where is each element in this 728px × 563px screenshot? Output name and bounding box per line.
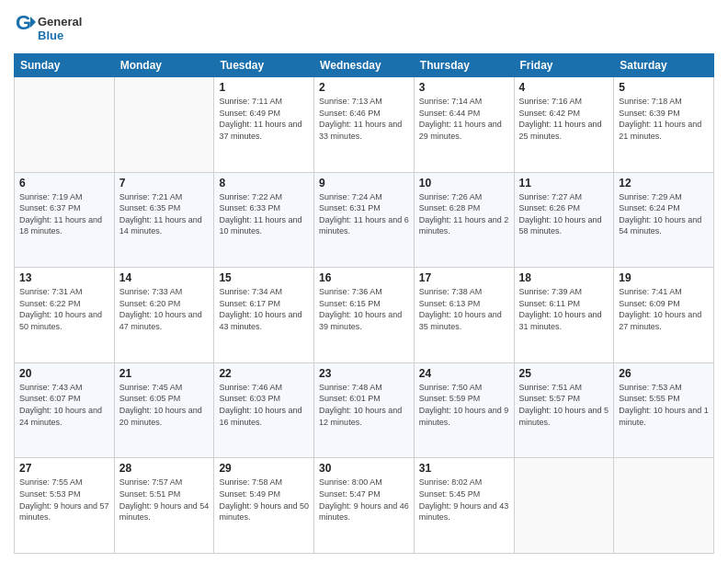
day-number: 15 [219,271,309,284]
day-cell: 19Sunrise: 7:41 AMSunset: 6:09 PMDayligh… [614,268,714,363]
day-number: 18 [519,271,609,284]
day-number: 4 [519,81,609,94]
day-cell [114,77,214,173]
day-number: 20 [19,367,109,380]
day-info: Sunrise: 7:16 AMSunset: 6:42 PMDaylight:… [519,96,609,142]
day-info: Sunrise: 7:50 AMSunset: 5:59 PMDaylight:… [419,382,509,428]
day-cell: 3Sunrise: 7:14 AMSunset: 6:44 PMDaylight… [414,77,514,173]
svg-text:G: G [16,11,31,34]
day-info: Sunrise: 7:18 AMSunset: 6:39 PMDaylight:… [619,96,709,142]
day-number: 2 [319,81,409,94]
day-info: Sunrise: 7:39 AMSunset: 6:11 PMDaylight:… [519,286,609,332]
day-cell: 28Sunrise: 7:57 AMSunset: 5:51 PMDayligh… [114,458,214,554]
day-info: Sunrise: 7:11 AMSunset: 6:49 PMDaylight:… [219,96,309,142]
weekday-header-row: SundayMondayTuesdayWednesdayThursdayFrid… [15,54,714,77]
week-row-3: 20Sunrise: 7:43 AMSunset: 6:07 PMDayligh… [15,362,714,458]
day-info: Sunrise: 8:00 AMSunset: 5:47 PMDaylight:… [319,477,409,523]
day-number: 22 [219,367,309,380]
day-number: 12 [619,177,709,190]
day-cell: 4Sunrise: 7:16 AMSunset: 6:42 PMDaylight… [514,77,614,173]
day-cell: 10Sunrise: 7:26 AMSunset: 6:28 PMDayligh… [414,172,514,268]
day-info: Sunrise: 7:21 AMSunset: 6:35 PMDaylight:… [119,191,210,237]
day-info: Sunrise: 7:43 AMSunset: 6:07 PMDaylight:… [19,382,109,428]
day-info: Sunrise: 7:26 AMSunset: 6:28 PMDaylight:… [419,191,509,237]
day-number: 1 [219,81,309,94]
day-cell: 21Sunrise: 7:45 AMSunset: 6:05 PMDayligh… [114,362,214,458]
header: General Blue G [14,9,714,46]
day-number: 9 [319,177,409,190]
day-cell: 14Sunrise: 7:33 AMSunset: 6:20 PMDayligh… [114,268,214,363]
day-number: 29 [219,462,309,475]
weekday-header-thursday: Thursday [414,54,514,77]
day-number: 16 [319,271,409,284]
day-number: 19 [619,271,709,284]
day-cell: 9Sunrise: 7:24 AMSunset: 6:31 PMDaylight… [314,172,415,268]
day-cell: 25Sunrise: 7:51 AMSunset: 5:57 PMDayligh… [514,362,614,458]
day-info: Sunrise: 7:46 AMSunset: 6:03 PMDaylight:… [219,382,309,428]
day-info: Sunrise: 7:14 AMSunset: 6:44 PMDaylight:… [419,96,509,142]
day-cell: 8Sunrise: 7:22 AMSunset: 6:33 PMDaylight… [214,172,314,268]
day-number: 24 [419,367,509,380]
weekday-header-sunday: Sunday [15,54,115,77]
day-info: Sunrise: 7:31 AMSunset: 6:22 PMDaylight:… [19,286,109,332]
day-info: Sunrise: 7:55 AMSunset: 5:53 PMDaylight:… [19,477,109,523]
svg-text:Blue: Blue [38,29,63,42]
day-cell: 24Sunrise: 7:50 AMSunset: 5:59 PMDayligh… [414,362,514,458]
day-number: 28 [119,462,210,475]
day-cell [15,77,115,173]
day-cell: 20Sunrise: 7:43 AMSunset: 6:07 PMDayligh… [15,362,115,458]
day-number: 31 [419,462,509,475]
day-number: 26 [619,367,709,380]
day-number: 30 [319,462,409,475]
day-cell: 6Sunrise: 7:19 AMSunset: 6:37 PMDaylight… [15,172,115,268]
day-number: 5 [619,81,709,94]
day-cell: 15Sunrise: 7:34 AMSunset: 6:17 PMDayligh… [214,268,314,363]
weekday-header-saturday: Saturday [614,54,714,77]
day-number: 23 [319,367,409,380]
week-row-1: 6Sunrise: 7:19 AMSunset: 6:37 PMDaylight… [15,172,714,268]
day-info: Sunrise: 7:22 AMSunset: 6:33 PMDaylight:… [219,191,309,237]
day-number: 7 [119,177,210,190]
day-info: Sunrise: 7:33 AMSunset: 6:20 PMDaylight:… [119,286,210,332]
day-cell: 7Sunrise: 7:21 AMSunset: 6:35 PMDaylight… [114,172,214,268]
day-cell: 17Sunrise: 7:38 AMSunset: 6:13 PMDayligh… [414,268,514,363]
day-cell: 30Sunrise: 8:00 AMSunset: 5:47 PMDayligh… [314,458,415,554]
day-info: Sunrise: 7:41 AMSunset: 6:09 PMDaylight:… [619,286,709,332]
day-info: Sunrise: 7:53 AMSunset: 5:55 PMDaylight:… [619,382,709,428]
day-info: Sunrise: 7:51 AMSunset: 5:57 PMDaylight:… [519,382,609,428]
day-number: 21 [119,367,210,380]
day-number: 17 [419,271,509,284]
weekday-header-tuesday: Tuesday [214,54,314,77]
day-cell: 16Sunrise: 7:36 AMSunset: 6:15 PMDayligh… [314,268,415,363]
day-cell: 23Sunrise: 7:48 AMSunset: 6:01 PMDayligh… [314,362,415,458]
day-info: Sunrise: 7:24 AMSunset: 6:31 PMDaylight:… [319,191,409,237]
week-row-0: 1Sunrise: 7:11 AMSunset: 6:49 PMDaylight… [15,77,714,173]
day-info: Sunrise: 7:45 AMSunset: 6:05 PMDaylight:… [119,382,210,428]
day-info: Sunrise: 7:57 AMSunset: 5:51 PMDaylight:… [119,477,210,523]
day-cell: 2Sunrise: 7:13 AMSunset: 6:46 PMDaylight… [314,77,415,173]
day-info: Sunrise: 7:38 AMSunset: 6:13 PMDaylight:… [419,286,509,332]
day-number: 13 [19,271,109,284]
svg-marker-4 [30,17,36,28]
day-cell: 13Sunrise: 7:31 AMSunset: 6:22 PMDayligh… [15,268,115,363]
day-number: 3 [419,81,509,94]
day-info: Sunrise: 7:27 AMSunset: 6:26 PMDaylight:… [519,191,609,237]
logo-svg: General Blue G [14,9,97,46]
week-row-4: 27Sunrise: 7:55 AMSunset: 5:53 PMDayligh… [15,458,714,554]
day-number: 11 [519,177,609,190]
day-cell [514,458,614,554]
day-number: 14 [119,271,210,284]
day-number: 27 [19,462,109,475]
day-info: Sunrise: 7:58 AMSunset: 5:49 PMDaylight:… [219,477,309,523]
day-cell: 1Sunrise: 7:11 AMSunset: 6:49 PMDaylight… [214,77,314,173]
day-cell: 11Sunrise: 7:27 AMSunset: 6:26 PMDayligh… [514,172,614,268]
day-number: 6 [19,177,109,190]
day-number: 8 [219,177,309,190]
svg-text:General: General [38,15,82,29]
day-info: Sunrise: 8:02 AMSunset: 5:45 PMDaylight:… [419,477,509,523]
day-cell: 5Sunrise: 7:18 AMSunset: 6:39 PMDaylight… [614,77,714,173]
day-info: Sunrise: 7:34 AMSunset: 6:17 PMDaylight:… [219,286,309,332]
day-info: Sunrise: 7:48 AMSunset: 6:01 PMDaylight:… [319,382,409,428]
weekday-header-friday: Friday [514,54,614,77]
weekday-header-wednesday: Wednesday [314,54,415,77]
